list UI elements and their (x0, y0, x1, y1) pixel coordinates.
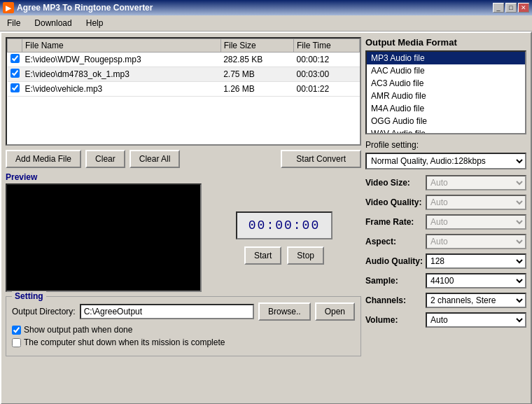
menu-bar: File Download Help (0, 15, 532, 32)
shutdown-checkbox[interactable] (12, 338, 21, 347)
minimize-button[interactable]: _ (493, 3, 504, 13)
prop-select[interactable]: 44100 (426, 273, 526, 288)
format-item[interactable]: OGG Audio file (367, 115, 525, 127)
prop-label: Video Size: (365, 178, 423, 188)
browse-button[interactable]: Browse.. (258, 302, 311, 321)
col-filename: File Name (22, 39, 221, 53)
time-display: 00:00:00 (236, 211, 332, 239)
prop-label: Audio Quality: (365, 256, 423, 266)
output-format-section: Output Media Format MP3 Audio fileAAC Au… (365, 37, 526, 134)
profile-section: Profile setting: Normal Quality, Audio:1… (365, 140, 526, 169)
show-output-path-checkbox[interactable] (12, 326, 21, 335)
output-dir-row: Output Directory: Browse.. Open (12, 302, 355, 321)
preview-area: 00:00:00 Start Stop (6, 183, 361, 292)
format-item[interactable]: AAC Audio file (367, 64, 525, 77)
prop-label: Channels: (365, 295, 423, 305)
table-row: E:\video\WDW_Rougepsp.mp3 282.85 KB 00:0… (8, 53, 360, 67)
row-checkbox-cell[interactable] (8, 82, 22, 97)
col-filesize: File Size (220, 39, 293, 53)
setting-section: Setting Output Directory: Browse.. Open … (6, 296, 361, 356)
row-filename: E:\video\dm4783_ok_1.mp3 (22, 67, 221, 82)
profile-label: Profile setting: (365, 140, 526, 150)
output-dir-input[interactable] (80, 304, 254, 319)
row-filetime: 00:03:00 (293, 67, 359, 82)
col-check (8, 39, 22, 53)
shutdown-row: The computer shut down when its mission … (12, 337, 355, 347)
prop-select[interactable]: 128 (426, 253, 526, 269)
format-item[interactable]: WAV Audio file (367, 127, 525, 134)
profile-select[interactable]: Normal Quality, Audio:128kbps (365, 153, 526, 169)
video-preview (6, 183, 202, 292)
prop-label: Frame Rate: (365, 217, 423, 227)
row-filesize: 2.75 MB (220, 67, 293, 82)
maximize-button[interactable]: □ (505, 3, 517, 13)
prop-select[interactable]: Auto (426, 175, 526, 190)
row-filename: E:\video\WDW_Rougepsp.mp3 (22, 53, 221, 67)
start-convert-button[interactable]: Start Convert (281, 150, 361, 168)
output-format-title: Output Media Format (365, 37, 526, 48)
row-filetime: 00:01:22 (293, 82, 359, 97)
col-filetime: File Time (293, 39, 359, 53)
window-title: Agree MP3 To Ringtone Converter (17, 3, 493, 13)
setting-legend: Setting (12, 291, 46, 301)
prop-select[interactable]: Auto (426, 195, 526, 210)
prop-label: Aspect: (365, 237, 423, 246)
add-media-button[interactable]: Add Media File (6, 150, 81, 168)
prop-select[interactable]: Auto (426, 312, 526, 328)
show-output-path-row: Show output path when done (12, 325, 355, 335)
properties-grid: Video Size:AutoVideo Quality:AutoFrame R… (365, 175, 526, 328)
row-checkbox[interactable] (10, 83, 20, 92)
row-checkbox[interactable] (10, 69, 20, 78)
format-list: MP3 Audio fileAAC Audio fileAC3 Audio fi… (365, 50, 526, 134)
format-item[interactable]: MP3 Audio file (367, 52, 525, 64)
playback-buttons: Start Stop (244, 246, 324, 265)
row-filesize: 1.26 MB (220, 82, 293, 97)
file-table: File Name File Size File Time E:\video\W… (7, 39, 360, 97)
row-filename: E:\video\vehicle.mp3 (22, 82, 221, 97)
preview-label: Preview (6, 172, 361, 182)
app-icon: ▶ (3, 2, 14, 13)
playback-controls: 00:00:00 Start Stop (207, 183, 361, 292)
format-item[interactable]: AMR Audio file (367, 90, 525, 102)
prop-select[interactable]: Auto (426, 214, 526, 230)
clear-all-button[interactable]: Clear All (130, 150, 181, 168)
start-button[interactable]: Start (244, 246, 281, 265)
menu-download[interactable]: Download (30, 17, 76, 29)
row-filetime: 00:00:12 (293, 53, 359, 67)
prop-label: Sample: (365, 276, 423, 286)
left-panel: File Name File Size File Time E:\video\W… (6, 37, 361, 399)
main-window: File Name File Size File Time E:\video\W… (0, 32, 532, 404)
prop-label: Volume: (365, 315, 423, 325)
output-dir-label: Output Directory: (12, 307, 76, 316)
menu-file[interactable]: File (3, 17, 24, 29)
format-item[interactable]: AC3 Audio file (367, 77, 525, 90)
preview-section: Preview 00:00:00 Start Stop (6, 172, 361, 292)
row-checkbox-cell[interactable] (8, 67, 22, 82)
action-buttons: Add Media File Clear Clear All Start Con… (6, 150, 361, 168)
clear-button[interactable]: Clear (85, 150, 125, 168)
prop-label: Video Quality: (365, 197, 423, 207)
table-row: E:\video\vehicle.mp3 1.26 MB 00:01:22 (8, 82, 360, 97)
open-button[interactable]: Open (315, 302, 355, 321)
prop-select[interactable]: 2 channels, Stere (426, 293, 526, 308)
close-button[interactable]: ✕ (518, 3, 529, 13)
menu-help[interactable]: Help (82, 17, 108, 29)
title-bar: ▶ Agree MP3 To Ringtone Converter _ □ ✕ (0, 0, 532, 15)
window-controls: _ □ ✕ (493, 3, 529, 13)
show-output-path-label[interactable]: Show output path when done (24, 325, 132, 335)
prop-select[interactable]: Auto (426, 234, 526, 249)
table-row: E:\video\dm4783_ok_1.mp3 2.75 MB 00:03:0… (8, 67, 360, 82)
file-table-container: File Name File Size File Time E:\video\W… (6, 37, 361, 146)
right-panel: Output Media Format MP3 Audio fileAAC Au… (365, 37, 526, 399)
stop-button[interactable]: Stop (287, 246, 324, 265)
row-checkbox[interactable] (10, 54, 20, 63)
row-checkbox-cell[interactable] (8, 53, 22, 67)
row-filesize: 282.85 KB (220, 53, 293, 67)
shutdown-label[interactable]: The computer shut down when its mission … (24, 337, 225, 347)
format-item[interactable]: M4A Audio file (367, 102, 525, 115)
